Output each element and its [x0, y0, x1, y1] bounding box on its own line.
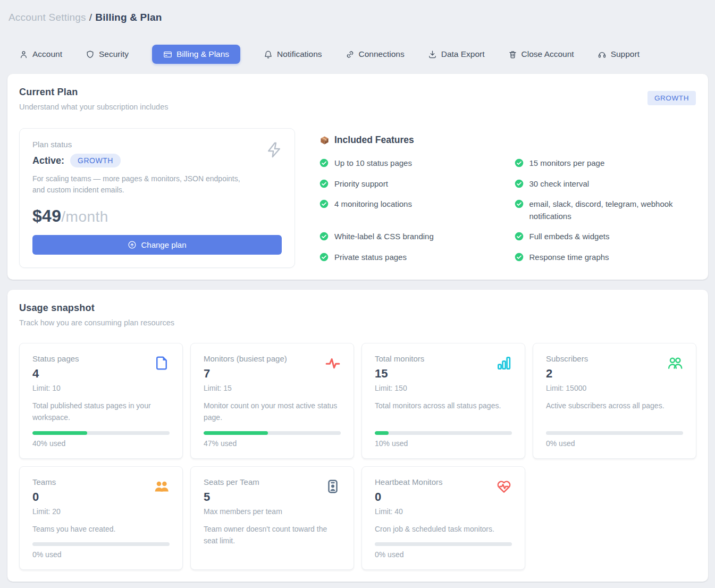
users-outline-icon — [667, 355, 683, 371]
check-circle-icon — [319, 232, 329, 241]
usage-card-monitors-busiest-page: Monitors (busiest page)7Limit: 15Monitor… — [190, 343, 354, 459]
usage-card-description: Total monitors across all status pages. — [375, 400, 512, 412]
feature-item: Priority support — [319, 178, 502, 190]
price-amount: $49 — [32, 206, 61, 226]
tab-account[interactable]: Account — [19, 45, 62, 64]
tab-label: Close Account — [521, 49, 574, 59]
usage-progress: 0% used — [375, 536, 512, 559]
plan-status-value: Active: — [32, 155, 64, 166]
usage-card-limit: Limit: 20 — [32, 507, 61, 516]
usage-card-title: Subscribers — [546, 354, 588, 363]
tab-connections[interactable]: Connections — [346, 45, 405, 64]
plan-status-card: Plan status Active: GROWTH For scaling t… — [19, 128, 295, 268]
file-icon — [154, 355, 170, 371]
usage-card-value: 4 — [32, 367, 79, 381]
tab-label: Data Export — [441, 49, 485, 59]
feature-label: Private status pages — [334, 251, 407, 264]
shield-icon — [86, 50, 95, 59]
check-circle-icon — [319, 179, 329, 188]
tab-close-account[interactable]: Close Account — [508, 45, 574, 64]
usage-percent-label: 10% used — [375, 439, 512, 448]
check-circle-icon — [515, 232, 524, 241]
progress-track — [375, 542, 512, 546]
package-icon — [319, 135, 330, 145]
usage-percent-label: 0% used — [546, 439, 683, 448]
usage-grid: Status pages4Limit: 10Total published st… — [19, 343, 696, 570]
feature-label: Full embeds & widgets — [529, 231, 610, 243]
tab-data-export[interactable]: Data Export — [428, 45, 485, 64]
feature-item: White-label & CSS branding — [319, 231, 502, 243]
features-heading: Included Features — [334, 135, 414, 146]
check-circle-icon — [515, 179, 524, 188]
usage-card-description: Active subscribers across all pages. — [546, 400, 683, 412]
usage-progress: 0% used — [546, 425, 683, 448]
usage-percent-label: 0% used — [375, 550, 512, 559]
usage-card-heartbeat-monitors: Heartbeat Monitors0Limit: 40Cron job & s… — [361, 466, 525, 570]
included-features: Included Features Up to 10 status pages1… — [319, 128, 696, 263]
current-plan-panel: Current Plan Understand what your subscr… — [7, 74, 708, 280]
feature-item: Response time graphs — [515, 251, 697, 264]
progress-track — [32, 542, 170, 546]
usage-card-title: Heartbeat Monitors — [375, 477, 443, 486]
features-grid: Up to 10 status pages15 monitors per pag… — [319, 157, 696, 263]
download-icon — [428, 50, 437, 59]
usage-card-description: Total published status pages in your wor… — [32, 400, 170, 423]
progress-fill — [204, 431, 268, 435]
usage-progress: 40% used — [32, 425, 170, 448]
progress-track — [204, 431, 341, 435]
tab-label: Support — [611, 49, 640, 59]
tab-notifications[interactable]: Notifications — [264, 45, 322, 64]
usage-card-seats-per-team: Seats per Team5Max members per teamTeam … — [190, 466, 354, 570]
breadcrumb-current: Billing & Plan — [95, 12, 162, 23]
tab-support[interactable]: Support — [598, 45, 640, 64]
usage-card-title: Total monitors — [375, 354, 424, 363]
price-period: /month — [61, 208, 108, 225]
feature-item: 15 monitors per page — [515, 157, 697, 170]
feature-label: Up to 10 status pages — [334, 157, 412, 170]
tab-label: Account — [32, 49, 62, 59]
progress-track — [32, 431, 170, 435]
tab-security[interactable]: Security — [86, 45, 129, 64]
usage-card-value: 15 — [375, 367, 424, 381]
usage-title: Usage snapshot — [19, 303, 696, 314]
tab-billing-plans[interactable]: Billing & Plans — [152, 45, 240, 64]
usage-card-limit: Max members per team — [204, 507, 282, 516]
usage-percent-label: 47% used — [204, 439, 341, 448]
breadcrumb-section[interactable]: Account Settings — [9, 12, 86, 23]
breadcrumb: Account Settings/Billing & Plan — [9, 12, 708, 23]
usage-card-title: Teams — [32, 477, 61, 486]
usage-card-limit: Limit: 10 — [32, 384, 79, 392]
billing-page: Account Settings/Billing & Plan AccountS… — [0, 0, 715, 588]
change-plan-label: Change plan — [141, 240, 186, 249]
bar-chart-icon — [496, 355, 512, 371]
plan-tier-badge: GROWTH — [647, 91, 696, 105]
usage-card-value: 5 — [204, 490, 282, 504]
feature-label: email, slack, discord, telegram, webhook… — [529, 198, 692, 222]
feature-label: 30 check interval — [529, 178, 590, 190]
feature-item: Up to 10 status pages — [319, 157, 502, 170]
feature-label: White-label & CSS branding — [334, 231, 434, 243]
feature-item: 30 check interval — [515, 178, 697, 190]
usage-card-value: 0 — [375, 490, 443, 504]
usage-card-limit: Limit: 40 — [375, 507, 443, 516]
usage-card-title: Seats per Team — [204, 477, 282, 486]
check-circle-icon — [515, 253, 524, 262]
feature-item: 4 monitoring locations — [319, 198, 502, 222]
plan-badge: GROWTH — [70, 154, 121, 167]
usage-card-title: Status pages — [32, 354, 79, 363]
plan-status-label: Plan status — [32, 140, 282, 149]
usage-percent-label: 0% used — [32, 550, 170, 559]
check-circle-icon — [515, 158, 524, 167]
usage-card-description: Team owner doesn't count toward the seat… — [204, 524, 341, 547]
current-plan-subtitle: Understand what your subscription includ… — [19, 103, 168, 111]
tab-label: Notifications — [277, 49, 322, 59]
zap-icon — [265, 140, 283, 162]
usage-panel: Usage snapshot Track how you are consumi… — [7, 290, 708, 582]
heart-pulse-icon — [496, 478, 512, 494]
usage-card-teams: Teams0Limit: 20Teams you have created.0%… — [19, 466, 183, 570]
usage-progress: 47% used — [204, 425, 341, 448]
change-plan-button[interactable]: Change plan — [32, 235, 282, 255]
id-badge-icon — [325, 478, 341, 494]
usage-card-value: 0 — [32, 490, 61, 504]
plan-description: For scaling teams — more pages & monitor… — [32, 173, 250, 196]
